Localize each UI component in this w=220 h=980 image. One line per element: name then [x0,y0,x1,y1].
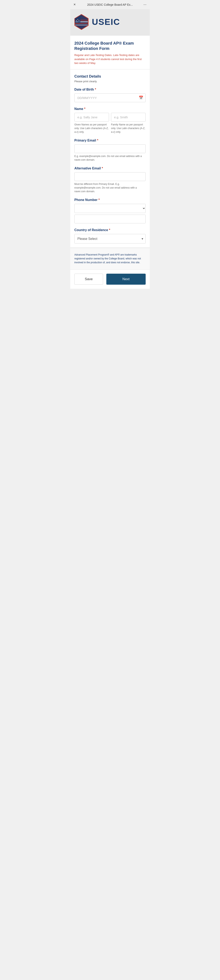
svg-rect-6 [75,25,88,25]
logo-section: ★ ★ ★ ★★ USEIC [70,9,150,36]
given-name-col: Given Names as per passport only. Use La… [74,113,109,134]
close-icon[interactable]: × [73,2,78,7]
disclaimer-section: Advanced Placement Program® and AP® are … [70,248,150,270]
primary-email-input[interactable] [74,144,146,153]
primary-email-label: Primary Email * [74,138,146,142]
required-indicator: * [96,138,98,142]
date-of-birth-label: Date of Birth * [74,88,146,91]
top-bar: × 2024 USEIC College Board AP Ex... ··· [70,0,150,9]
button-row: Save Next [70,269,150,289]
form-title: 2024 College Board AP® Exam Registration… [74,41,146,51]
name-group: Name * Given Names as per passport only.… [74,107,146,134]
contact-details-subtitle: Please print clearly. [74,80,146,83]
useic-logo: ★ ★ ★ ★★ [74,14,89,30]
contact-details-section: Contact Details Please print clearly. Da… [70,70,150,248]
primary-email-group: Primary Email * E.g. example@example.com… [74,138,146,162]
phone-number-input[interactable] [74,215,146,223]
more-options-icon[interactable]: ··· [142,2,147,7]
given-name-input[interactable] [74,113,109,122]
required-indicator: * [94,88,96,91]
primary-email-hint: E.g. example@example.com. Do not use ema… [74,154,146,162]
next-button[interactable]: Next [106,274,146,285]
name-row: Given Names as per passport only. Use La… [74,113,146,134]
family-name-input[interactable] [111,113,146,122]
date-of-birth-input[interactable] [74,94,146,102]
contact-details-title: Contact Details [74,74,146,79]
logo-text: USEIC [92,17,120,27]
form-subtitle: Regular and Late-Testing Dates. Late-Tes… [74,53,146,65]
phone-number-group: Phone Number * +1 (US/Canada) +44 (UK) +… [74,198,146,223]
date-field-wrapper: 📅 [74,94,146,102]
svg-text:★★: ★★ [76,21,78,22]
required-indicator: * [83,107,86,111]
country-of-residence-label: Country of Residence * [74,228,146,232]
form-title-section: 2024 College Board AP® Exam Registration… [70,36,150,70]
svg-text:★: ★ [78,20,80,21]
phone-number-label: Phone Number * [74,198,146,202]
svg-text:★: ★ [77,19,78,20]
alternative-email-hint: Must be different from Primary Email. E.… [74,182,146,193]
country-of-residence-select[interactable]: Please Select United States South Korea … [74,234,146,243]
date-of-birth-group: Date of Birth * 📅 [74,88,146,102]
required-indicator: * [101,167,103,170]
svg-rect-5 [75,23,88,24]
alternative-email-input[interactable] [74,172,146,181]
family-name-col: Family Name as per passport only. Use La… [111,113,146,134]
required-indicator: * [108,228,110,232]
country-of-residence-group: Country of Residence * Please Select Uni… [74,228,146,243]
top-bar-title: 2024 USEIC College Board AP Ex... [78,3,142,6]
family-name-hint: Family Name as per passport only. Use La… [111,123,146,134]
required-indicator: * [97,198,100,202]
phone-group: +1 (US/Canada) +44 (UK) +82 (Korea) +81 … [74,204,146,223]
country-select-wrapper: Please Select United States South Korea … [74,234,146,243]
given-name-hint: Given Names as per passport only. Use La… [74,123,109,134]
disclaimer-text: Advanced Placement Program® and AP® are … [74,253,146,265]
alternative-email-group: Alternative Email * Must be different fr… [74,167,146,193]
save-button[interactable]: Save [74,274,103,285]
phone-country-select[interactable]: +1 (US/Canada) +44 (UK) +82 (Korea) +81 … [74,204,146,213]
main-content: 2024 College Board AP® Exam Registration… [70,36,150,289]
alternative-email-label: Alternative Email * [74,167,146,170]
name-label: Name * [74,107,146,111]
